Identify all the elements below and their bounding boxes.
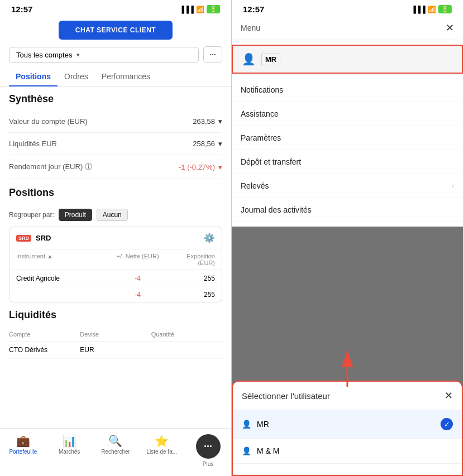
nav-liste-label: Liste de fa...	[147, 449, 177, 455]
nav-portefeuille[interactable]: 💼 Portefeuille	[0, 432, 46, 469]
menu-item-assistance[interactable]: Assistance	[232, 102, 463, 126]
menu-item-depot[interactable]: Dépôt et transfert	[232, 150, 463, 174]
table-row[interactable]: Credit Agricole -4 255	[9, 270, 222, 287]
col-header-expo: Exposition (EUR)	[171, 253, 215, 266]
col-header-nette: +/- Nette (EUR)	[104, 253, 171, 266]
group-btn-aucun[interactable]: Aucun	[97, 209, 128, 221]
liq-header: Compte Devise Quantité	[9, 328, 222, 342]
group-bar: Regrouper par: Produit Aucun	[9, 209, 222, 221]
status-icons-left: ▐▐▐ 📶 🔋	[179, 5, 220, 13]
nav-rechercher-label: Rechercher	[101, 449, 130, 455]
synthese-title-left: Synthèse	[9, 93, 222, 105]
user-icon-mr: 👤	[242, 420, 251, 429]
menu-status-bar: 12:57 ▐▐▐ 📶 🔋	[232, 0, 463, 16]
more-options-button-left[interactable]: ···	[203, 46, 222, 63]
nav-plus[interactable]: ··· Plus	[185, 432, 231, 469]
nette-value: -4	[104, 275, 171, 282]
user-name-mr: MR	[257, 420, 269, 429]
liq-row-0: CTO Dérivés EUR	[9, 342, 222, 359]
account-selector-left[interactable]: Tous les comptes ▾	[9, 47, 199, 63]
group-label: Regrouper par:	[9, 211, 54, 219]
synth-row-2: Rendement jour (EUR) ⓘ -1 (-0,27%) ▾	[9, 155, 222, 179]
liquidites-title: Liquidités	[9, 309, 222, 321]
menu-item-notifications[interactable]: Notifications	[232, 78, 463, 102]
battery-icon-m: 🔋	[438, 5, 452, 13]
nav-liste[interactable]: ⭐ Liste de fa...	[138, 432, 185, 469]
user-icon-mam: 👤	[242, 446, 251, 455]
menu-title: Menu	[241, 23, 260, 32]
arrow-indicator	[331, 345, 364, 390]
status-bar-left: 12:57 ▐▐▐ 📶 🔋	[0, 0, 231, 16]
synth-label-2: Rendement jour (EUR) ⓘ	[9, 162, 92, 172]
user-option-left-mr: 👤 MR	[242, 420, 269, 429]
srd-header: SRD SRD ⚙️	[9, 227, 222, 249]
user-row[interactable]: 👤 MR	[232, 45, 463, 74]
user-name-box: MR	[261, 54, 280, 65]
chevron-right-icon: ›	[452, 182, 454, 190]
time-left: 12:57	[11, 4, 32, 14]
positions-title: Positions	[9, 187, 54, 199]
menu-panel: 12:57 ▐▐▐ 📶 🔋 Menu ✕ 👤 MR Notifications …	[232, 0, 463, 227]
menu-item-parametres[interactable]: Paramètres	[232, 126, 463, 150]
rechercher-icon: 🔍	[108, 434, 122, 448]
liq-quantite-0	[151, 346, 222, 354]
menu-item-releves[interactable]: Relevés ›	[232, 174, 463, 198]
account-label-left: Tous les comptes	[16, 51, 72, 59]
srd-badge: SRD	[16, 235, 31, 242]
wifi-icon: 📶	[196, 6, 204, 13]
nav-plus-label: Plus	[203, 461, 213, 467]
close-icon[interactable]: ✕	[446, 22, 454, 34]
group-btn-produit[interactable]: Produit	[59, 209, 92, 221]
bottom-nav-left: 💼 Portefeuille 📊 Marchés 🔍 Rechercher ⭐ …	[0, 428, 231, 476]
modal-title: Sélectionner l'utilisateur	[242, 391, 330, 401]
user-option-mr[interactable]: 👤 MR ✓	[233, 410, 462, 439]
expo-value: 255	[171, 275, 215, 282]
srd-label: SRD SRD	[16, 234, 51, 242]
synth-row-0: Valeur du compte (EUR) 263,58 ▾	[9, 110, 222, 133]
user-option-mam[interactable]: 👤 M & M	[233, 439, 462, 464]
gear-icon[interactable]: ⚙️	[204, 233, 215, 243]
nav-portefeuille-label: Portefeuille	[9, 449, 37, 455]
liq-col-devise: Devise	[80, 331, 151, 338]
signal-icon: ▐▐▐	[179, 6, 194, 13]
chevron-icon-0: ▾	[218, 117, 222, 126]
liq-col-compte: Compte	[9, 331, 80, 338]
user-avatar-icon: 👤	[242, 52, 256, 66]
synth-value-1: 258,56 ▾	[193, 140, 222, 148]
plus-icon: ···	[196, 434, 221, 459]
chevron-down-icon-left: ▾	[76, 51, 80, 59]
synth-value-2: -1 (-0,27%) ▾	[179, 163, 222, 171]
account-bar-left: Tous les comptes ▾ ···	[0, 44, 231, 65]
menu-item-journal[interactable]: Journal des activités	[232, 198, 463, 222]
synth-label-0: Valeur du compte (EUR)	[9, 117, 88, 126]
total-nette: -4	[104, 291, 171, 299]
content-left: Synthèse Valeur du compte (EUR) 263,58 ▾…	[0, 86, 231, 428]
tab-positions-left[interactable]: Positions	[9, 68, 58, 86]
marches-icon: 📊	[63, 434, 76, 448]
chat-service-button-left[interactable]: CHAT SERVICE CLIENT	[59, 21, 173, 40]
table-header: Instrument ▲ +/- Nette (EUR) Exposition …	[9, 249, 222, 270]
total-label	[16, 291, 104, 299]
synth-value-0: 263,58 ▾	[193, 117, 222, 126]
tabs-left: Positions Ordres Performances	[0, 68, 231, 86]
liste-icon: ⭐	[155, 434, 169, 448]
menu-titlebar: Menu ✕	[232, 16, 463, 40]
instrument-name: Credit Agricole	[16, 275, 104, 282]
user-option-left-mam: 👤 M & M	[242, 446, 279, 455]
nav-marches[interactable]: 📊 Marchés	[46, 432, 93, 469]
total-expo: 255	[171, 291, 215, 299]
synth-label-1: Liquidités EUR	[9, 140, 57, 148]
modal-close-icon[interactable]: ✕	[444, 390, 453, 402]
right-phone: 12:57 ▐▐▐ 📶 🔋 CHAT SERVICE CLIENT Tous l…	[232, 0, 463, 476]
liq-compte-0: CTO Dérivés	[9, 346, 80, 354]
tab-ordres-left[interactable]: Ordres	[58, 68, 95, 86]
signal-icon-m: ▐▐▐	[411, 6, 425, 13]
wifi-icon-m: 📶	[428, 6, 436, 13]
srd-name: SRD	[36, 234, 51, 242]
check-icon-mr: ✓	[441, 418, 453, 430]
nav-rechercher[interactable]: 🔍 Rechercher	[93, 432, 139, 469]
tab-performances-left[interactable]: Performances	[95, 68, 157, 86]
synth-row-1: Liquidités EUR 258,56 ▾	[9, 133, 222, 155]
chevron-icon-1: ▾	[218, 140, 222, 148]
battery-icon: 🔋	[207, 5, 220, 13]
